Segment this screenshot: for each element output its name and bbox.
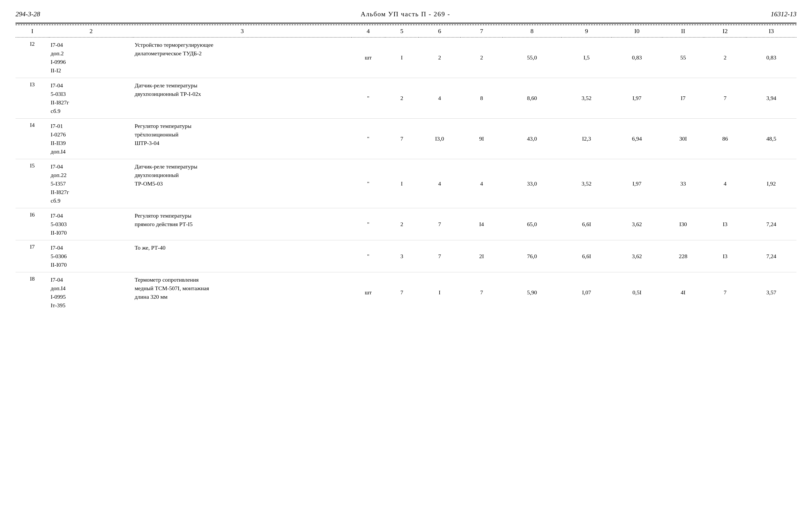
row-col6: I (419, 272, 461, 313)
table-row: I6I7-04 5-0303 II-I070Регулятор температ… (15, 208, 797, 240)
column-header-row: I 2 3 4 5 6 7 8 9 I0 II I2 I3 (15, 25, 797, 38)
row-col6: 4 (419, 159, 461, 208)
row-col5: I (385, 159, 419, 208)
col-header-10: I0 (612, 25, 662, 38)
table-row: I3I7-04 5-03I3 II-I827г сб.9Датчик-реле … (15, 78, 797, 119)
col-header-12: I2 (704, 25, 746, 38)
row-col8: 5,90 (503, 272, 561, 313)
col-header-13: I3 (746, 25, 797, 38)
row-col9: I,07 (561, 272, 612, 313)
row-description: Датчик-реле температуры двухпозиционный … (133, 159, 351, 208)
row-col6: 4 (419, 78, 461, 119)
row-col13: 7,24 (746, 208, 797, 240)
row-ref: I7-04 доп.22 5-I357 II-I827г сб.9 (49, 159, 133, 208)
row-col13: 48,5 (746, 119, 797, 159)
row-col7: 2 (461, 38, 503, 78)
row-col9: I,5 (561, 38, 612, 78)
row-description: Термометр сопротивления медный ТСМ-507I,… (133, 272, 351, 313)
row-col5: 3 (385, 240, 419, 272)
row-col12: 86 (704, 119, 746, 159)
row-col8: 76,0 (503, 240, 561, 272)
row-description: Датчик-реле температуры двухпозиционный … (133, 78, 351, 119)
row-id: I8 (15, 272, 49, 313)
row-col9: I2,3 (561, 119, 612, 159)
row-col5: 2 (385, 78, 419, 119)
row-col8: 55,0 (503, 38, 561, 78)
top-border (15, 23, 797, 24)
row-ref: I7-04 5-0303 II-I070 (49, 208, 133, 240)
row-col12: 7 (704, 78, 746, 119)
row-unit: " (351, 159, 385, 208)
row-col5: 7 (385, 119, 419, 159)
row-id: I2 (15, 38, 49, 78)
col-header-1: I (15, 25, 49, 38)
row-col9: 3,52 (561, 159, 612, 208)
row-col10: 0,5I (612, 272, 662, 313)
row-col5: I (385, 38, 419, 78)
page-header: 294-3-28 Альбом УП часть П - 269 - 16312… (15, 10, 797, 18)
table-row: I4I7-01 I-0276 II-II39 доп.I4Регулятор т… (15, 119, 797, 159)
row-col5: 7 (385, 272, 419, 313)
header-center: Альбом УП часть П - 269 - (361, 10, 450, 18)
row-col13: 7,24 (746, 240, 797, 272)
row-col12: I3 (704, 208, 746, 240)
row-col13: 3,57 (746, 272, 797, 313)
row-col13: I,92 (746, 159, 797, 208)
row-col6: I3,0 (419, 119, 461, 159)
row-unit: " (351, 240, 385, 272)
col-header-7: 7 (461, 25, 503, 38)
row-col7: I4 (461, 208, 503, 240)
row-col7: 4 (461, 159, 503, 208)
row-col11: 33 (662, 159, 704, 208)
row-id: I6 (15, 208, 49, 240)
row-col11: I7 (662, 78, 704, 119)
row-ref: I7-04 5-03I3 II-I827г сб.9 (49, 78, 133, 119)
row-ref: I7-04 доп.I4 I-0995 Iт-395 (49, 272, 133, 313)
row-col11: 228 (662, 240, 704, 272)
table-row: I7I7-04 5-0306 II-I070То же, РТ-40"372I7… (15, 240, 797, 272)
col-header-11: II (662, 25, 704, 38)
row-col12: 2 (704, 38, 746, 78)
row-col10: 6,94 (612, 119, 662, 159)
row-col13: 3,94 (746, 78, 797, 119)
row-id: I4 (15, 119, 49, 159)
col-header-6: 6 (419, 25, 461, 38)
table-row: I2I7-04 доп.2 I-0996 II-I2Устройство тер… (15, 38, 797, 78)
row-id: I7 (15, 240, 49, 272)
header-right: 16312-13 (771, 10, 797, 18)
table-row: I5I7-04 доп.22 5-I357 II-I827г сб.9Датчи… (15, 159, 797, 208)
row-unit: " (351, 119, 385, 159)
row-description: Устройство терморегулирующее дилатометри… (133, 38, 351, 78)
row-col13: 0,83 (746, 38, 797, 78)
row-col9: 3,52 (561, 78, 612, 119)
row-col10: 3,62 (612, 208, 662, 240)
row-unit: " (351, 208, 385, 240)
row-description: Регулятор температуры прямого действия Р… (133, 208, 351, 240)
row-col7: 9I (461, 119, 503, 159)
row-col8: 33,0 (503, 159, 561, 208)
row-col8: 8,60 (503, 78, 561, 119)
row-description: То же, РТ-40 (133, 240, 351, 272)
row-col11: 4I (662, 272, 704, 313)
row-ref: I7-01 I-0276 II-II39 доп.I4 (49, 119, 133, 159)
col-header-4: 4 (351, 25, 385, 38)
row-col10: I,97 (612, 78, 662, 119)
row-col12: 4 (704, 159, 746, 208)
row-col6: 7 (419, 240, 461, 272)
row-ref: I7-04 5-0306 II-I070 (49, 240, 133, 272)
row-col7: 7 (461, 272, 503, 313)
row-unit: шт (351, 38, 385, 78)
row-col12: I3 (704, 240, 746, 272)
row-ref: I7-04 доп.2 I-0996 II-I2 (49, 38, 133, 78)
row-col7: 8 (461, 78, 503, 119)
col-header-8: 8 (503, 25, 561, 38)
col-header-2: 2 (49, 25, 133, 38)
row-col6: 7 (419, 208, 461, 240)
row-col9: 6,6I (561, 208, 612, 240)
row-col11: 30I (662, 119, 704, 159)
row-col11: 55 (662, 38, 704, 78)
row-col8: 43,0 (503, 119, 561, 159)
row-col11: I30 (662, 208, 704, 240)
row-col5: 2 (385, 208, 419, 240)
row-col12: 7 (704, 272, 746, 313)
